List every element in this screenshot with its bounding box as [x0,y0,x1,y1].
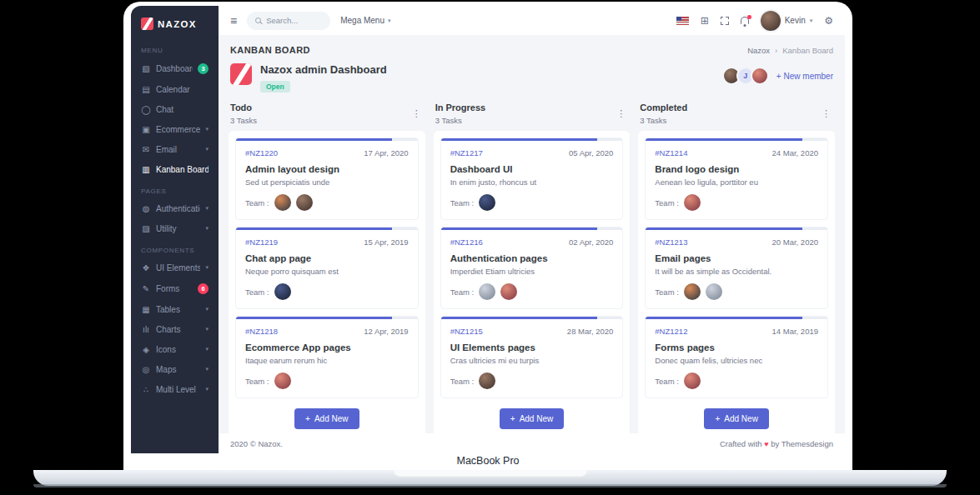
sidebar-item-chat[interactable]: ◯ Chat [131,99,219,119]
task-card[interactable]: #NZ1220 17 Apr, 2020 Admin layout design… [235,138,419,220]
ecommerce-icon: ▣ [141,125,151,134]
column-header: Todo 3 Tasks ⋮ [229,102,425,131]
apps-grid-icon[interactable]: ⊞ [701,16,709,26]
board-logo-icon [230,63,252,85]
team-avatar [274,194,291,211]
sidebar: NAZOX MENU ▧ Dashboard 3 ▤ Calendar ◯ Ch… [131,6,219,453]
chevron-down-icon: ▾ [205,225,209,232]
sidebar-item-calendar[interactable]: ▤ Calendar [131,79,219,99]
team-label: Team : [450,377,475,386]
icons-icon: ◈ [141,345,151,354]
chat-icon: ◯ [141,105,151,114]
sidebar-item-icons[interactable]: ◈ Icons ▾ [131,339,219,359]
sidebar-item-ecommerce[interactable]: ▣ Ecommerce ▾ [131,119,219,139]
mega-menu-dropdown[interactable]: Mega Menu ▾ [340,16,390,25]
task-date: 02 Apr, 2020 [569,238,613,247]
task-card[interactable]: #NZ1216 02 Apr, 2020 Authentication page… [440,227,624,309]
sidebar-item-ui-elements[interactable]: ❖ UI Elements ▾ [131,258,219,278]
column-menu-icon[interactable]: ⋮ [819,108,833,119]
task-date: 24 Mar, 2020 [772,148,818,158]
app-logo[interactable]: NAZOX [131,12,219,38]
task-id-link[interactable]: #NZ1212 [655,327,687,336]
fullscreen-icon[interactable] [721,17,729,25]
authentication-icon: ◍ [141,204,151,213]
team-label: Team : [450,288,475,297]
chevron-down-icon: ▾ [205,205,209,212]
task-id-link[interactable]: #NZ1216 [450,238,483,247]
team-avatar [274,372,291,389]
chevron-down-icon: ▾ [810,18,813,24]
task-title: Ecommerce App pages [245,342,409,352]
chevron-down-icon: ▾ [205,366,209,372]
task-card[interactable]: #NZ1212 14 Mar, 2019 Forms pages Donec q… [645,316,828,398]
column-menu-icon[interactable]: ⋮ [410,108,424,119]
task-id-link[interactable]: #NZ1217 [450,148,483,158]
team-avatar [479,283,495,300]
nazox-app-window: NAZOX MENU ▧ Dashboard 3 ▤ Calendar ◯ Ch… [131,6,845,453]
search-box[interactable] [247,12,330,30]
notifications-button[interactable] [741,17,749,24]
task-id-link[interactable]: #NZ1220 [245,148,278,158]
team-avatar [479,372,495,389]
task-id-link[interactable]: #NZ1213 [655,238,687,247]
task-card[interactable]: #NZ1213 20 Mar, 2020 Email pages It will… [645,227,828,309]
language-flag-icon[interactable] [676,17,689,25]
task-date: 05 Apr, 2020 [569,148,613,158]
team-label: Team : [655,198,679,208]
forms-icon: ✎ [141,284,151,293]
user-avatar [761,11,781,31]
board-members: J + New member [722,63,833,85]
sidebar-item-charts[interactable]: ılı Charts ▾ [131,319,219,339]
sidebar-item-kanban-board[interactable]: ▥ Kanban Board [131,159,219,179]
sidebar-item-maps[interactable]: ◎ Maps ▾ [131,359,219,379]
kanban-columns: Todo 3 Tasks ⋮ #NZ1220 [229,102,835,427]
task-card[interactable]: #NZ1218 12 Apr, 2019 Ecommerce App pages… [235,316,419,398]
sidebar-item-email[interactable]: ✉ Email ▾ [131,139,219,159]
task-date: 14 Mar, 2019 [772,327,818,336]
task-description: Imperdiet Etiam ultricies [450,267,614,276]
task-date: 28 Mar, 2020 [567,327,613,336]
task-card[interactable]: #NZ1214 24 Mar, 2020 Brand logo design A… [645,138,828,220]
sidebar-item-forms[interactable]: ✎ Forms 6 [131,278,219,299]
task-title: Admin layout design [245,164,409,174]
breadcrumb-root[interactable]: Nazox [747,46,770,55]
chevron-down-icon: ▾ [205,146,209,152]
sidebar-item-dashboard[interactable]: ▧ Dashboard 3 [131,58,219,79]
task-id-link[interactable]: #NZ1215 [450,327,483,336]
task-card[interactable]: #NZ1215 28 Mar, 2020 UI Elements pages C… [440,316,624,398]
team-avatar [684,283,701,300]
topbar: ≡ Mega Menu ▾ ⊞ [219,6,845,35]
task-card[interactable]: #NZ1217 05 Apr, 2020 Dashboard UI In eni… [440,138,624,220]
page-header: KANBAN BOARD Nazox › Kanban Board [229,42,835,63]
user-menu[interactable]: Kevin ▾ [761,11,813,31]
add-new-button[interactable]: + Add New [294,408,359,429]
board-title: Nazox admin Dashboard [260,63,387,76]
sidebar-item-multi-level[interactable]: ∴ Multi Level ▾ [131,379,219,399]
kanban-column-in-progress: In Progress 3 Tasks ⋮ #NZ1217 [434,102,631,440]
task-id-link[interactable]: #NZ1219 [245,238,278,247]
add-new-button[interactable]: + Add New [500,408,564,429]
new-member-button[interactable]: + New member [776,72,833,81]
utility-icon: ▨ [141,224,151,233]
task-id-link[interactable]: #NZ1218 [245,327,278,336]
task-date: 12 Apr, 2019 [364,327,408,336]
column-menu-icon[interactable]: ⋮ [614,108,628,119]
sidebar-item-utility[interactable]: ▨ Utility ▾ [131,218,219,238]
task-description: Aenean leo ligula, porttitor eu [655,178,818,187]
task-card[interactable]: #NZ1219 15 Apr, 2019 Chat app page Neque… [235,227,419,309]
member-avatar[interactable] [751,67,769,85]
page-title: KANBAN BOARD [230,45,310,55]
gear-icon[interactable]: ⚙ [824,16,833,26]
board-header: Nazox admin Dashboard Open J + New membe… [229,63,835,102]
add-new-button[interactable]: + Add New [704,408,768,429]
team-label: Team : [655,377,679,386]
search-input[interactable] [266,16,324,25]
menu-toggle-icon[interactable]: ≡ [230,14,237,28]
team-label: Team : [245,377,269,386]
team-label: Team : [245,288,269,297]
task-title: Email pages [655,253,818,263]
task-id-link[interactable]: #NZ1214 [655,148,687,158]
sidebar-item-tables[interactable]: ▦ Tables ▾ [131,299,219,319]
sidebar-item-authentication[interactable]: ◍ Authentication ▾ [131,198,219,218]
task-description: Donec quam felis, ultricies nec [655,356,818,365]
